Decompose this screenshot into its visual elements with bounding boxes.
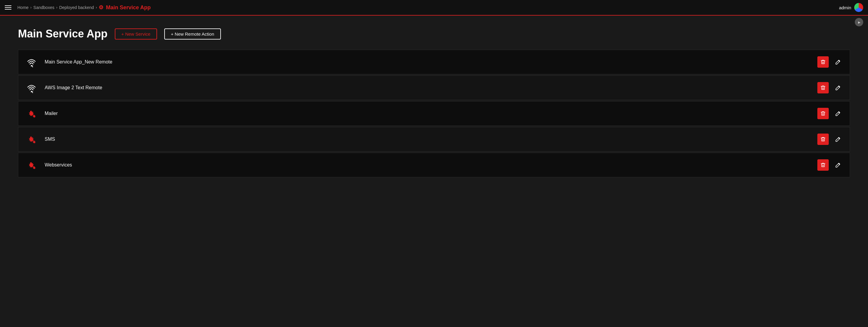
avatar[interactable]	[854, 3, 863, 12]
service-name: Mailer	[45, 111, 817, 116]
edit-button[interactable]	[832, 134, 844, 145]
page-title: Main Service App	[18, 28, 107, 40]
delete-button[interactable]	[817, 56, 829, 68]
chevron-icon-1: ›	[30, 5, 31, 9]
svg-marker-1	[31, 91, 34, 93]
service-gear-icon	[24, 158, 39, 172]
breadcrumb-home[interactable]: Home	[18, 5, 29, 10]
delete-button[interactable]	[817, 159, 829, 171]
top-nav: Home › Sandboxes › Deployed backend › ⚙ …	[0, 0, 868, 15]
breadcrumb-sandboxes[interactable]: Sandboxes	[33, 5, 54, 10]
service-name: SMS	[45, 136, 817, 142]
breadcrumb-deployed-backend[interactable]: Deployed backend	[59, 5, 94, 10]
edit-button[interactable]	[832, 56, 844, 68]
service-name: AWS Image 2 Text Remote	[45, 85, 817, 91]
list-item: Webservices	[18, 153, 850, 177]
remote-icon	[24, 55, 39, 69]
chevron-icon-2: ›	[56, 5, 57, 9]
service-actions	[817, 108, 844, 119]
edit-button[interactable]	[832, 108, 844, 119]
service-gear-icon	[24, 106, 39, 121]
page-header: Main Service App + New Service + New Rem…	[18, 28, 850, 40]
new-remote-action-button[interactable]: + New Remote Action	[164, 28, 221, 39]
service-gear-icon	[24, 132, 39, 146]
list-item: AWS Image 2 Text Remote	[18, 75, 850, 100]
main-content: Main Service App + New Service + New Rem…	[0, 15, 868, 191]
edit-button[interactable]	[832, 159, 844, 171]
edit-button[interactable]	[832, 82, 844, 93]
remote-icon	[24, 80, 39, 95]
delete-button[interactable]	[817, 134, 829, 145]
svg-marker-0	[31, 65, 34, 67]
hamburger-menu[interactable]	[5, 5, 11, 9]
list-item: Mailer	[18, 101, 850, 126]
play-button[interactable]	[855, 18, 863, 26]
delete-button[interactable]	[817, 108, 829, 119]
service-actions	[817, 56, 844, 68]
service-actions	[817, 134, 844, 145]
settings-gear-icon: ⚙	[99, 4, 103, 11]
new-service-button[interactable]: + New Service	[115, 28, 157, 39]
service-actions	[817, 82, 844, 93]
chevron-icon-3: ›	[96, 5, 97, 9]
admin-username: admin	[839, 5, 851, 10]
service-actions	[817, 159, 844, 171]
breadcrumb: Home › Sandboxes › Deployed backend › ⚙ …	[18, 4, 151, 11]
service-list: Main Service App_New Remote	[18, 50, 850, 178]
list-item: SMS	[18, 127, 850, 152]
delete-button[interactable]	[817, 82, 829, 93]
list-item: Main Service App_New Remote	[18, 50, 850, 74]
service-name: Main Service App_New Remote	[45, 59, 817, 65]
service-name: Webservices	[45, 162, 817, 168]
breadcrumb-active: ⚙ Main Service App	[99, 4, 151, 11]
